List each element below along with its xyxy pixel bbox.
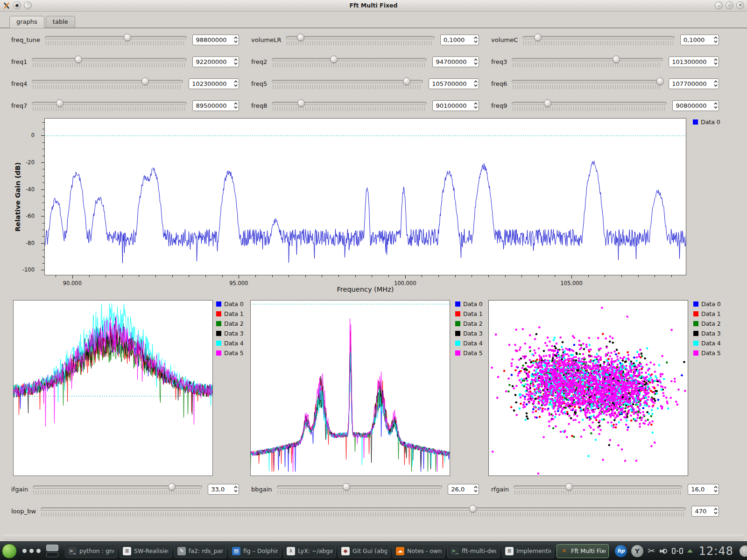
volumeLR-slider-handle[interactable] bbox=[297, 34, 304, 41]
freq_tune-slider-track[interactable] bbox=[45, 36, 187, 39]
taskbar-task-sw-realisieru[interactable]: ≣SW-Realisieru bbox=[120, 544, 172, 558]
freq7-slider-track[interactable] bbox=[32, 102, 187, 105]
freq1-spinbox[interactable]: 92200000 bbox=[192, 56, 239, 67]
loop_bw-slider[interactable] bbox=[41, 505, 686, 517]
loop_bw-spinbox[interactable]: 470 bbox=[691, 506, 719, 517]
freq6-slider-handle[interactable] bbox=[656, 77, 664, 85]
freq5-slider[interactable] bbox=[272, 77, 423, 90]
freq_tune-slider[interactable] bbox=[45, 34, 187, 46]
tab-graphs[interactable]: graphs bbox=[9, 16, 44, 28]
taskbar-task-fft-multi-deco[interactable]: >_fft-multi-deco bbox=[447, 544, 500, 558]
volumeLR-spin-down-button[interactable] bbox=[474, 39, 478, 43]
freq9-slider-track[interactable] bbox=[512, 102, 667, 105]
taskbar-task-fa2-rds-pars[interactable]: ✎fa2: rds_pars bbox=[174, 544, 226, 558]
loop_bw-slider-track[interactable] bbox=[41, 507, 686, 511]
rfgain-spin-down-button[interactable] bbox=[714, 489, 718, 492]
freq5-slider-handle[interactable] bbox=[403, 77, 410, 85]
loop_bw-spin-down-button[interactable] bbox=[714, 511, 718, 514]
bbgain-spin-down-button[interactable] bbox=[474, 489, 478, 492]
ifgain-slider-track[interactable] bbox=[33, 485, 202, 489]
rfgain-spinbox[interactable]: 16,0 bbox=[688, 484, 719, 495]
rfgain-slider-track[interactable] bbox=[514, 485, 682, 489]
freq6-slider[interactable] bbox=[512, 77, 663, 90]
taskbar-task-python-gnur[interactable]: >_python : gnur bbox=[65, 544, 117, 558]
rfgain-slider-handle[interactable] bbox=[565, 483, 573, 490]
freq4-spinbox[interactable]: 102300000 bbox=[189, 78, 239, 89]
freq8-spin-down-button[interactable] bbox=[474, 105, 478, 109]
taskbar-task-fig-dolphin[interactable]: ▤fig – Dolphin bbox=[229, 544, 281, 558]
freq1-slider-handle[interactable] bbox=[75, 56, 82, 63]
pager-desktop-1[interactable] bbox=[46, 545, 58, 551]
volumeC-slider-track[interactable] bbox=[522, 36, 675, 39]
tray-overflow-icon[interactable] bbox=[740, 546, 747, 557]
freq5-spin-down-button[interactable] bbox=[474, 83, 478, 87]
freq3-spin-down-button[interactable] bbox=[714, 61, 718, 65]
freq8-slider-handle[interactable] bbox=[297, 99, 305, 107]
minimize-button[interactable]: ⌄ bbox=[715, 1, 723, 9]
freq1-slider-track[interactable] bbox=[32, 58, 187, 61]
activity-dots[interactable] bbox=[22, 549, 41, 553]
freq_tune-spinbox[interactable]: 98800000 bbox=[192, 35, 239, 45]
freq7-slider-handle[interactable] bbox=[56, 99, 63, 107]
klipper-scissors-icon[interactable]: ✂ bbox=[648, 546, 655, 555]
freq3-slider[interactable] bbox=[512, 56, 663, 68]
maximize-button[interactable]: ◇ bbox=[726, 1, 733, 9]
freq8-slider-track[interactable] bbox=[272, 102, 427, 105]
clock[interactable]: 12:48 bbox=[699, 545, 733, 558]
ifgain-spin-down-button[interactable] bbox=[234, 489, 238, 492]
ifgain-slider-handle[interactable] bbox=[168, 483, 176, 490]
loop_bw-slider-handle[interactable] bbox=[469, 505, 477, 512]
freq1-spin-down-button[interactable] bbox=[234, 61, 238, 65]
pager-desktop-2[interactable] bbox=[46, 552, 58, 557]
freq2-slider-handle[interactable] bbox=[330, 56, 338, 63]
tray-expand-icon[interactable] bbox=[687, 549, 693, 553]
freq7-spinbox[interactable]: 89500000 bbox=[192, 100, 239, 111]
freq2-spin-down-button[interactable] bbox=[474, 61, 478, 65]
taskbar-task-fft-multi-fixed[interactable]: ✕Fft Multi Fixed bbox=[557, 544, 609, 558]
taskbar-task-lyx-abgabe[interactable]: λLyX: ~/abgabe bbox=[283, 544, 336, 558]
taskbar-task-git-gui-abga[interactable]: ◆Git Gui (abga bbox=[338, 544, 390, 558]
freq4-slider[interactable] bbox=[32, 77, 183, 90]
freq_tune-slider-handle[interactable] bbox=[124, 34, 131, 41]
volumeLR-slider-track[interactable] bbox=[286, 36, 434, 39]
rfgain-slider[interactable] bbox=[514, 483, 682, 495]
hp-tray-icon[interactable]: hp bbox=[615, 545, 627, 557]
freq9-spin-down-button[interactable] bbox=[714, 105, 718, 109]
freq9-spinbox[interactable]: 90800000 bbox=[672, 100, 719, 111]
close-button[interactable]: ✕ bbox=[736, 1, 744, 9]
bbgain-spinbox[interactable]: 26,0 bbox=[448, 484, 479, 495]
activity-dot[interactable] bbox=[36, 549, 41, 553]
freq5-spinbox[interactable]: 105700000 bbox=[429, 78, 479, 89]
activity-dot[interactable] bbox=[29, 549, 34, 553]
desktop-pager[interactable] bbox=[46, 545, 58, 557]
freq1-slider[interactable] bbox=[32, 56, 187, 68]
taskbar-task-notes-owncl[interactable]: ☁Notes - ownCl bbox=[393, 544, 445, 558]
freq3-spinbox[interactable]: 101300000 bbox=[669, 56, 719, 67]
freq3-slider-track[interactable] bbox=[512, 58, 663, 61]
freq5-slider-track[interactable] bbox=[272, 80, 423, 83]
ifgain-slider[interactable] bbox=[33, 483, 202, 495]
freq7-slider[interactable] bbox=[32, 99, 187, 112]
volumeLR-slider[interactable] bbox=[286, 34, 434, 46]
ifgain-spinbox[interactable]: 33,0 bbox=[208, 484, 239, 495]
freq9-slider[interactable] bbox=[512, 99, 667, 112]
freq6-slider-track[interactable] bbox=[512, 80, 663, 83]
freq8-spinbox[interactable]: 90100000 bbox=[432, 100, 479, 111]
freq3-slider-handle[interactable] bbox=[613, 56, 620, 63]
freq7-spin-down-button[interactable] bbox=[234, 105, 238, 109]
volumeLR-spinbox[interactable]: 0,1000 bbox=[440, 35, 479, 45]
freq4-slider-track[interactable] bbox=[32, 80, 183, 83]
bbgain-slider-track[interactable] bbox=[277, 485, 443, 489]
volume-icon[interactable] bbox=[659, 547, 668, 555]
freq8-slider[interactable] bbox=[272, 99, 427, 112]
freq2-spinbox[interactable]: 94700000 bbox=[432, 56, 479, 67]
freq6-spinbox[interactable]: 107700000 bbox=[669, 78, 719, 89]
freq2-slider-track[interactable] bbox=[272, 58, 427, 61]
bbgain-slider-handle[interactable] bbox=[343, 483, 350, 490]
volumeC-slider-handle[interactable] bbox=[534, 34, 542, 41]
keyboard-icon[interactable] bbox=[672, 548, 683, 554]
titlebar[interactable]: ● ⌃ Fft Multi Fixed ⌄ ◇ ✕ bbox=[0, 0, 747, 12]
activity-dot[interactable] bbox=[22, 549, 27, 553]
freq_tune-spin-down-button[interactable] bbox=[234, 39, 238, 43]
y-tray-icon[interactable]: Y bbox=[631, 545, 643, 557]
